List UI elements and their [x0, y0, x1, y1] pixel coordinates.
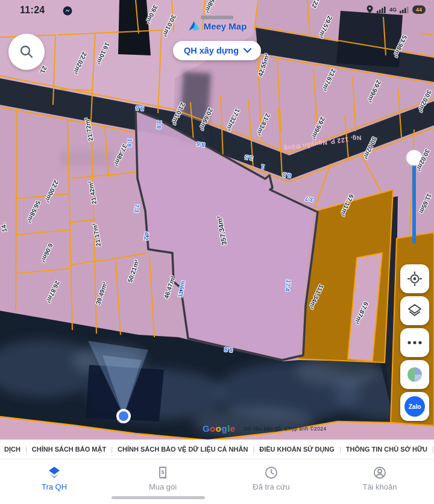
locate-me-button[interactable]	[400, 264, 429, 293]
current-location-dot	[118, 410, 130, 422]
zalo-icon: Zalo	[404, 396, 425, 417]
signal-bars-icon	[377, 6, 386, 13]
nav-label: Mua gói	[149, 482, 177, 491]
brand-name: Meey Map	[204, 21, 247, 31]
footer-link-owner-info[interactable]: THÔNG TIN CHỦ SỞ HỮU	[346, 446, 427, 453]
more-options-button[interactable]	[400, 328, 429, 357]
nav-tab-tai-khoan[interactable]: Tài khoản	[326, 459, 434, 504]
locate-icon	[407, 271, 423, 287]
bottom-navigation: Tra QH $ Mua gói Đã tra cứu Tài khoản	[0, 459, 434, 504]
map-canvas[interactable]: 21.16.10m²22.02m²39.0m²30.01m²58m²12229.…	[0, 0, 434, 440]
planning-layers-icon	[47, 465, 61, 480]
account-icon	[373, 465, 387, 480]
brand-watermark: Meey Map	[0, 16, 434, 34]
nav-label: Tài khoản	[362, 482, 397, 491]
footer-link-privacy[interactable]: CHÍNH SÁCH BẢO MẬT	[32, 446, 106, 453]
search-button[interactable]	[8, 34, 45, 70]
app-screen: 21.16.10m²22.02m²39.0m²30.01m²58m²12229.…	[0, 0, 434, 504]
map-attribution: Google Dữ liệu bản đồ, Chụp ảnh ©2024	[203, 423, 327, 434]
ellipsis-icon	[407, 340, 423, 345]
footer-link-translate[interactable]: DỊCH	[4, 446, 20, 453]
nav-tab-tra-qh[interactable]: Tra QH	[0, 459, 108, 504]
google-logo: Google	[203, 423, 236, 434]
layer-select-label: QH xây dựng	[184, 46, 239, 55]
layers-icon	[407, 303, 423, 319]
footer-link-terms[interactable]: ĐIỀU KHOẢN SỬ DỤNG	[259, 446, 335, 453]
map-layers-button[interactable]	[400, 296, 429, 325]
chevron-down-icon	[244, 48, 251, 53]
pie-chart-icon	[406, 366, 423, 383]
meey-map-logo-icon	[187, 20, 201, 32]
nav-tab-da-tra-cuu[interactable]: Đã tra cứu	[217, 459, 326, 504]
map-parcels-graphic	[0, 0, 434, 440]
history-clock-icon	[264, 465, 278, 480]
footer-link-data-protection[interactable]: CHÍNH SÁCH BẢO VỆ DỮ LIỆU CÁ NHÂN	[118, 446, 248, 453]
footer-links-bar: DỊCH| CHÍNH SÁCH BẢO MẬT| CHÍNH SÁCH BẢO…	[0, 440, 434, 459]
network-type-label: 4G	[389, 7, 397, 13]
search-icon	[19, 44, 34, 60]
attribution-text: Dữ liệu bản đồ, Chụp ảnh ©2024	[244, 426, 327, 432]
clock-text: 11:24	[20, 5, 45, 16]
nav-label: Đã tra cứu	[253, 482, 289, 491]
messenger-icon	[63, 6, 72, 18]
signal-bars-icon-2	[400, 6, 409, 13]
receipt-icon: $	[156, 465, 170, 480]
home-indicator[interactable]	[112, 496, 205, 499]
status-bar: 11:24 4G 44	[0, 0, 434, 18]
battery-indicator: 44	[412, 5, 426, 14]
location-pin-icon	[366, 5, 374, 14]
zalo-button[interactable]: Zalo	[400, 392, 429, 421]
nav-label: Tra QH	[42, 482, 67, 491]
zoom-slider-knob	[406, 150, 422, 166]
chart-legend-button[interactable]	[400, 360, 429, 389]
layer-select-button[interactable]: QH xây dựng	[173, 41, 261, 60]
svg-text:$: $	[161, 469, 164, 475]
